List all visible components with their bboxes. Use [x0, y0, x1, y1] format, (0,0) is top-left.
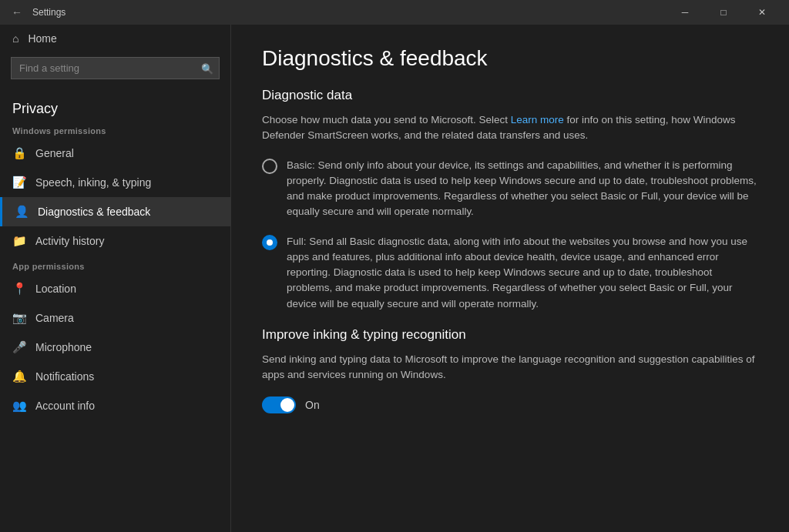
inking-desc: Send inking and typing data to Microsoft… — [262, 352, 758, 383]
sidebar-item-microphone[interactable]: 🎤 Microphone — [0, 333, 230, 362]
close-button[interactable]: ✕ — [744, 0, 780, 25]
back-button[interactable]: ← — [9, 5, 25, 20]
diagnostics-icon: 👤 — [15, 205, 29, 219]
minimize-button[interactable]: ─ — [667, 0, 703, 25]
radio-option-full[interactable]: Full: Send all Basic diagnostic data, al… — [262, 234, 758, 312]
main-container: ⌂ Home 🔍 Privacy Windows permissions 🔒 G… — [0, 25, 789, 532]
radio-full[interactable] — [262, 235, 277, 250]
account-icon: 👥 — [12, 399, 26, 413]
search-container: 🔍 — [11, 57, 220, 79]
speech-icon: 📝 — [12, 176, 26, 189]
window-controls: ─ □ ✕ — [667, 0, 780, 25]
inking-section-title: Improve inking & typing recognition — [262, 327, 758, 343]
sidebar-item-activity[interactable]: 📁 Activity history — [0, 226, 230, 256]
diagnostic-desc: Choose how much data you send to Microso… — [262, 112, 758, 144]
sidebar-item-label: Activity history — [35, 235, 104, 247]
radio-option-basic[interactable]: Basic: Send only info about your device,… — [262, 158, 758, 220]
sidebar-item-diagnostics[interactable]: 👤 Diagnostics & feedback — [0, 197, 230, 226]
radio-full-text: Full: Send all Basic diagnostic data, al… — [287, 234, 758, 312]
radio-basic-text: Basic: Send only info about your device,… — [287, 158, 758, 220]
diagnostic-data-title: Diagnostic data — [262, 88, 758, 103]
notifications-icon: 🔔 — [12, 370, 26, 383]
sidebar-item-label: Account info — [35, 400, 95, 412]
maximize-button[interactable]: □ — [706, 0, 741, 25]
microphone-icon: 🎤 — [12, 340, 26, 354]
location-icon: 📍 — [12, 282, 26, 296]
page-title: Diagnostics & feedback — [262, 46, 758, 71]
privacy-label: Privacy — [0, 90, 230, 120]
inking-toggle[interactable] — [262, 396, 296, 413]
home-label: Home — [28, 32, 56, 45]
app-permissions-label: App permissions — [0, 256, 230, 274]
sidebar-item-general[interactable]: 🔒 General — [0, 139, 230, 168]
search-input[interactable] — [11, 57, 220, 79]
sidebar-item-speech[interactable]: 📝 Speech, inking, & typing — [0, 168, 230, 197]
home-icon: ⌂ — [12, 32, 18, 45]
inking-toggle-row: On — [262, 396, 758, 413]
activity-icon: 📁 — [12, 234, 26, 248]
sidebar-item-label: Speech, inking, & typing — [35, 176, 151, 189]
camera-icon: 📷 — [12, 311, 26, 325]
sidebar: ⌂ Home 🔍 Privacy Windows permissions 🔒 G… — [0, 25, 231, 532]
app-title: Settings — [32, 7, 667, 18]
sidebar-item-label: Notifications — [35, 370, 94, 383]
sidebar-item-notifications[interactable]: 🔔 Notifications — [0, 362, 230, 391]
sidebar-item-location[interactable]: 📍 Location — [0, 274, 230, 303]
sidebar-item-label: Diagnostics & feedback — [38, 206, 150, 218]
sidebar-item-label: Location — [35, 283, 76, 295]
windows-permissions-label: Windows permissions — [0, 120, 230, 139]
title-bar: ← Settings ─ □ ✕ — [0, 0, 789, 25]
sidebar-item-label: Microphone — [35, 341, 92, 353]
sidebar-item-camera[interactable]: 📷 Camera — [0, 303, 230, 333]
inking-toggle-label: On — [305, 399, 320, 411]
search-icon: 🔍 — [201, 62, 213, 74]
sidebar-home-button[interactable]: ⌂ Home — [0, 25, 230, 52]
sidebar-item-label: General — [35, 147, 74, 159]
sidebar-item-label: Camera — [35, 312, 74, 324]
diagnostic-radio-group: Basic: Send only info about your device,… — [262, 158, 758, 312]
learn-more-link[interactable]: Learn more — [511, 114, 564, 125]
sidebar-item-account[interactable]: 👥 Account info — [0, 391, 230, 420]
lock-icon: 🔒 — [12, 146, 26, 160]
content-area: Diagnostics & feedback Diagnostic data C… — [231, 25, 789, 532]
desc-start: Choose how much data you send to Microso… — [262, 114, 511, 125]
radio-basic[interactable] — [262, 159, 277, 174]
